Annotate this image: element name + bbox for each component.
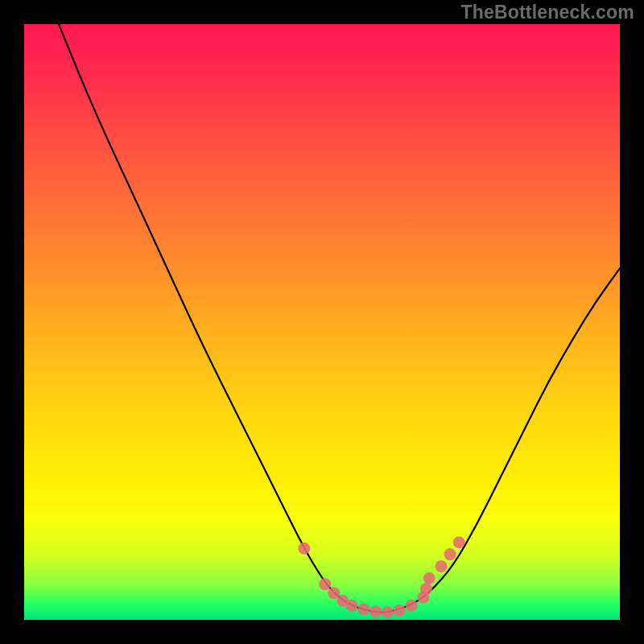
highlight-dot	[453, 536, 465, 548]
plot-area	[24, 24, 620, 620]
highlight-dot	[298, 543, 310, 555]
highlight-dot	[420, 583, 432, 595]
highlight-dot	[319, 578, 331, 590]
highlight-dot	[423, 572, 436, 584]
highlight-dot	[436, 560, 448, 572]
highlight-dot	[406, 600, 418, 612]
curve-line	[24, 0, 620, 613]
bottleneck-curve	[24, 24, 620, 620]
highlight-dot	[382, 606, 394, 618]
highlight-dot	[369, 605, 382, 617]
highlight-markers	[298, 536, 464, 618]
highlight-dot	[357, 603, 369, 615]
watermark-label: TheBottleneck.com	[460, 2, 634, 23]
highlight-dot	[346, 600, 358, 612]
chart-frame: TheBottleneck.com	[0, 0, 644, 644]
highlight-dot	[394, 605, 406, 617]
highlight-dot	[444, 548, 456, 560]
